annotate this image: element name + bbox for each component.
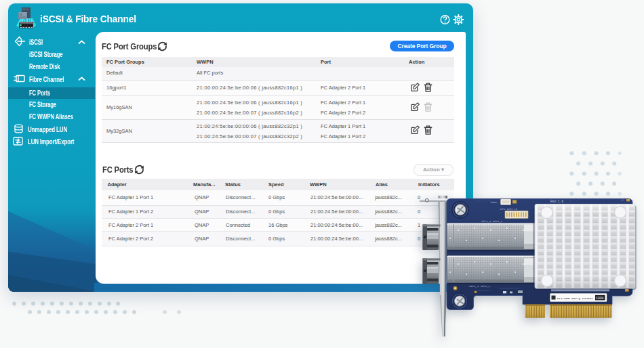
svg-text:FAN1: FAN1 bbox=[491, 201, 498, 204]
svg-text:SFP1_2 SFP2_2: SFP1_2 SFP2_2 bbox=[469, 285, 491, 288]
svg-text:Rev:1.0: Rev:1.0 bbox=[550, 200, 564, 203]
svg-text:JSP1 9TVS 10: JSP1 9TVS 10 bbox=[500, 208, 517, 211]
svg-text:SFP1_1 SFP2_1: SFP1_1 SFP2_1 bbox=[481, 220, 503, 223]
svg-text:HLI-WBR 9AV-Q KXUM01: HLI-WBR 9AV-Q KXUM01 bbox=[557, 297, 593, 300]
svg-text:1904: 1904 bbox=[596, 297, 604, 300]
